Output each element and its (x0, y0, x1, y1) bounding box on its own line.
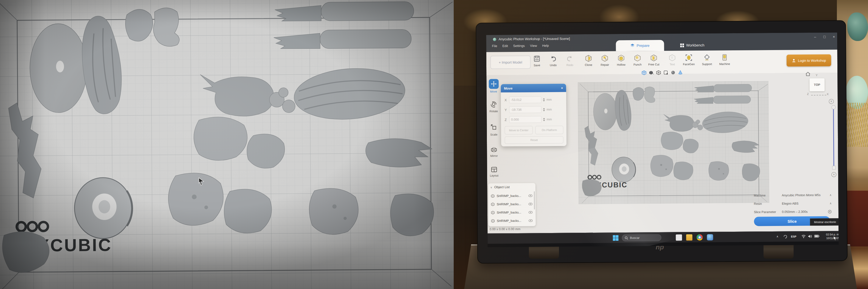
maximize-button[interactable]: □ (821, 34, 828, 40)
chevron-up-circle-icon[interactable]: ∧ (832, 172, 836, 177)
layer-slider-bottom-handle[interactable] (832, 166, 836, 169)
axis-line (811, 95, 826, 95)
app-icon (493, 38, 496, 41)
rotate-icon[interactable] (490, 101, 497, 108)
battery-icon[interactable] (814, 235, 819, 238)
move-x-stepper[interactable] (543, 98, 545, 102)
minimize-button[interactable]: – (812, 34, 818, 40)
language-indicator[interactable]: ESP (791, 235, 797, 238)
menu-settings[interactable]: Settings (513, 44, 525, 48)
tool-move[interactable] (489, 79, 499, 89)
clone-cube-icon (585, 55, 592, 62)
visibility-eye-icon[interactable] (528, 195, 532, 197)
close-button[interactable]: × (830, 33, 837, 40)
support-button[interactable]: Support (700, 53, 715, 72)
menu-file[interactable]: File (492, 44, 497, 48)
move-z-stepper[interactable] (543, 118, 545, 121)
free-cut-button[interactable]: Free Cut (646, 53, 662, 72)
visibility-eye-icon[interactable] (529, 203, 532, 205)
menu-edit[interactable]: Edit (502, 44, 508, 48)
svg-text:T: T (671, 56, 673, 59)
chevron-down-circle-icon[interactable]: ∨ (829, 99, 834, 104)
punch-button[interactable]: Punch (630, 53, 645, 72)
move-x-row: X -53.012 mm (504, 96, 563, 104)
repair-cube-icon (601, 55, 608, 61)
layer-slider-top-handle[interactable] (832, 105, 836, 109)
hollow-button[interactable]: Hollow (614, 53, 629, 73)
object-list-item[interactable]: SHRIMP_backs... (491, 209, 532, 216)
hollow-cube-icon (618, 55, 625, 61)
on-platform-button[interactable]: On Platform (535, 126, 563, 134)
save-button[interactable]: Save (529, 54, 545, 73)
browser-icon[interactable] (696, 234, 703, 240)
tool-mirror-label[interactable]: Mirror (487, 154, 501, 157)
build-plate-scene (0, 0, 454, 289)
mirror-icon[interactable] (491, 146, 497, 153)
move-z-input[interactable]: 0.000 (509, 116, 541, 123)
tool-rotate-label[interactable]: Rotate (487, 110, 501, 113)
tab-prepare[interactable]: Prepare (616, 40, 664, 51)
machine-button[interactable]: Machine (717, 52, 733, 71)
object-list-header[interactable]: ∨ Object List (490, 185, 509, 189)
view-cube[interactable]: TOP (809, 78, 825, 91)
support-icon (704, 54, 710, 61)
resin-row[interactable]: Resin Elegoo ABS ∧ (754, 200, 832, 207)
folder-icon[interactable] (686, 234, 692, 240)
tab-workbench[interactable]: Workbench (680, 41, 704, 49)
clip-view-icon[interactable] (663, 70, 669, 75)
solid-view-icon[interactable] (649, 70, 654, 75)
chevron-up-icon: ∧ (830, 202, 832, 205)
tool-layout-label[interactable]: Layout (487, 174, 501, 177)
repair-button[interactable]: Repair (597, 53, 613, 73)
clone-button[interactable]: Clone (581, 53, 596, 73)
wifi-icon[interactable] (801, 234, 806, 238)
move-x-input[interactable]: -53.012 (509, 96, 541, 103)
undo-button[interactable]: Undo (546, 54, 561, 73)
app-window-icon[interactable] (676, 234, 682, 240)
reset-button[interactable]: Reset (505, 136, 563, 144)
axis-y-label: Y (816, 74, 817, 77)
facegen-button[interactable]: FaceGen (681, 53, 696, 72)
machine-row[interactable]: Machine Anycubic Photon Mono M5s ∧ (754, 191, 832, 199)
show-desktop-tooltip: Mostrar escritorio (810, 218, 839, 226)
sphere-view-icon[interactable] (671, 70, 676, 75)
volume-icon[interactable] (808, 234, 812, 238)
search-box[interactable]: Buscar (622, 234, 661, 241)
move-dialog-close-icon[interactable]: × (561, 86, 563, 90)
move-to-center-button[interactable]: Move to Center (505, 126, 533, 134)
slice-parameter-row[interactable]: Slice Parameter 0.050mm – 2.300s (754, 208, 832, 215)
user-icon (792, 58, 796, 62)
text-cube-icon: T (669, 55, 676, 61)
login-to-workshop-button[interactable]: Login to Workshop (786, 54, 831, 66)
object-list-item[interactable]: SHRIMP_backs... (491, 217, 532, 225)
teal-glass-object (847, 12, 868, 41)
object-list-item[interactable]: SHRIMP_backs... (491, 200, 532, 208)
home-view-icon[interactable] (805, 71, 810, 76)
object-list-scrollbar[interactable] (534, 191, 535, 209)
cone-view-icon[interactable] (678, 70, 683, 75)
wireframe-view-icon[interactable] (656, 70, 661, 75)
object-list-item[interactable]: SHRIMP_backs... (491, 192, 532, 200)
scale-icon[interactable] (491, 124, 497, 131)
move-y-input[interactable]: -19.736 (509, 106, 541, 113)
menu-view[interactable]: View (530, 44, 537, 48)
facegen-icon (685, 54, 692, 61)
move-y-stepper[interactable] (543, 108, 545, 111)
import-model-button[interactable]: + Import Model (491, 56, 530, 69)
menu-help[interactable]: Help (542, 44, 549, 48)
move-dialog-header[interactable]: Move × (501, 84, 566, 93)
freecut-cube-icon (650, 55, 657, 61)
shield-icon[interactable] (707, 234, 713, 240)
visibility-eye-icon[interactable] (529, 211, 532, 214)
chevron-up-icon: ∧ (829, 193, 832, 197)
shaded-view-icon[interactable] (642, 70, 647, 75)
red-object (846, 191, 868, 247)
settings-gear-icon[interactable] (828, 210, 832, 213)
layout-icon[interactable] (491, 166, 498, 173)
start-icon[interactable] (613, 235, 619, 241)
tray-chevron-up-icon[interactable]: ∧ (776, 235, 779, 238)
visibility-eye-icon[interactable] (529, 220, 532, 222)
sync-icon[interactable] (783, 234, 787, 239)
tool-scale-label[interactable]: Scale (487, 133, 501, 136)
viewport-build-plate[interactable] (578, 81, 769, 204)
